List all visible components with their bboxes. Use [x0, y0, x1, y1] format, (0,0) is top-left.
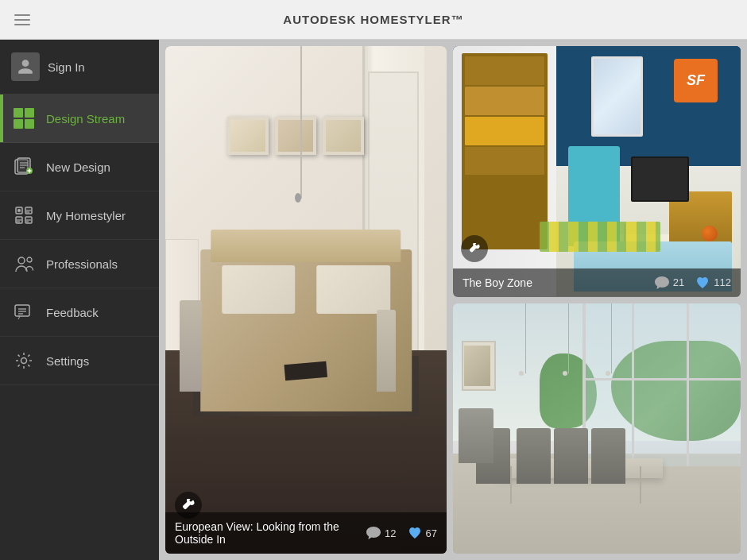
- user-area[interactable]: Sign In: [0, 40, 159, 95]
- comment-bubble-icon: [366, 527, 381, 539]
- svg-point-25: [21, 358, 27, 364]
- my-homestyler-icon: [11, 203, 37, 228]
- heart-icon-tr: [695, 276, 710, 289]
- settings-icon: [11, 348, 37, 373]
- sidebar-item-my-homestyler[interactable]: My Homestyler: [0, 191, 159, 240]
- user-icon: [17, 58, 34, 75]
- svg-point-19: [18, 257, 25, 264]
- nav-label-feedback: Feedback: [46, 306, 99, 319]
- left-card-title: European View: Looking from the Outside …: [175, 520, 366, 546]
- professionals-icon: [11, 251, 37, 276]
- app-header: AUTODESK HOMESTYLER™: [0, 0, 747, 40]
- sidebar: Sign In Design Stream: [0, 40, 159, 560]
- new-design-icon: [11, 154, 37, 180]
- avatar: [11, 52, 40, 81]
- top-right-comments: 21: [655, 276, 684, 289]
- top-right-card-stats: 21 112: [655, 276, 731, 289]
- title-prefix: AUTODESK: [283, 13, 360, 26]
- sidebar-item-feedback[interactable]: Feedback: [0, 288, 159, 337]
- top-right-card-title: The Boy Zone: [463, 276, 532, 289]
- top-right-card-image: SF: [453, 46, 741, 297]
- comment-bubble-icon-tr: [655, 276, 669, 289]
- title-main: HOMESTYLER: [360, 13, 451, 26]
- svg-point-20: [27, 257, 32, 262]
- left-card-stats: 12 67: [366, 527, 437, 539]
- bottom-right-card-image: [453, 303, 741, 554]
- sidebar-item-design-stream[interactable]: Design Stream: [0, 95, 159, 143]
- edit-icon-top-right[interactable]: [461, 235, 488, 262]
- left-card-likes: 67: [408, 527, 437, 539]
- wrench-icon: [182, 499, 195, 512]
- app-title: AUTODESK HOMESTYLER™: [283, 13, 463, 26]
- top-right-card-overlay: The Boy Zone 21 112: [453, 268, 741, 297]
- wrench-icon-top-right: [469, 243, 480, 254]
- sidebar-item-new-design[interactable]: New Design: [0, 143, 159, 191]
- sidebar-item-professionals[interactable]: Professionals: [0, 240, 159, 288]
- hamburger-button[interactable]: [14, 14, 30, 25]
- feedback-icon: [11, 299, 37, 325]
- content-area: European View: Looking from the Outside …: [159, 40, 747, 560]
- nav-label-settings: Settings: [46, 354, 89, 368]
- svg-point-12: [17, 209, 21, 212]
- left-card-image: [165, 46, 447, 554]
- nav-label-my-homestyler: My Homestyler: [46, 209, 126, 222]
- nav-label-professionals: Professionals: [46, 257, 118, 271]
- main-content: Sign In Design Stream: [0, 40, 747, 560]
- nav-label-new-design: New Design: [46, 160, 110, 174]
- bottom-right-card[interactable]: [453, 303, 741, 554]
- right-column: SF: [453, 46, 741, 554]
- svg-rect-21: [15, 305, 29, 316]
- left-card-comments: 12: [366, 527, 396, 539]
- top-right-card[interactable]: SF: [453, 46, 741, 297]
- nav-label-design-stream: Design Stream: [46, 112, 125, 126]
- design-stream-icon: [11, 106, 37, 131]
- heart-icon: [408, 527, 422, 539]
- left-card[interactable]: European View: Looking from the Outside …: [165, 46, 447, 554]
- left-card-overlay: European View: Looking from the Outside …: [165, 512, 447, 554]
- sidebar-item-settings[interactable]: Settings: [0, 337, 159, 385]
- title-suffix: ™: [451, 13, 464, 26]
- top-right-likes: 112: [695, 276, 731, 289]
- sign-in-label[interactable]: Sign In: [48, 60, 85, 74]
